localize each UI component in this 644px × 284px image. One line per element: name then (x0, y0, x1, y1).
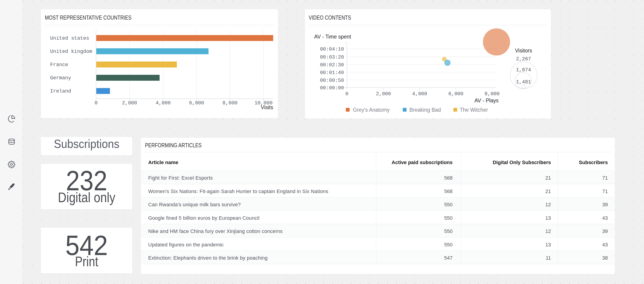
svg-text:Visitors: Visitors (515, 48, 532, 54)
svg-text:00:00:50: 00:00:50 (320, 78, 344, 83)
svg-text:00:02:30: 00:02:30 (320, 62, 344, 68)
svg-text:1,874: 1,874 (516, 67, 531, 73)
svg-text:1,481: 1,481 (516, 79, 531, 85)
svg-text:6,000: 6,000 (448, 91, 463, 97)
svg-text:2,267: 2,267 (516, 56, 531, 62)
svg-text:00:01:40: 00:01:40 (320, 70, 344, 76)
svg-text:00:03:20: 00:03:20 (320, 55, 344, 60)
svg-text:4,000: 4,000 (412, 91, 427, 97)
svg-text:0: 0 (94, 100, 98, 106)
svg-text:00:04:10: 00:04:10 (320, 47, 344, 52)
svg-text:00:00:00: 00:00:00 (320, 85, 344, 91)
svg-text:United states: United states (50, 36, 89, 41)
svg-text:Visits: Visits (261, 104, 273, 110)
svg-text:Ireland: Ireland (50, 88, 71, 94)
svg-text:2,000: 2,000 (122, 100, 137, 106)
svg-text:4,000: 4,000 (156, 100, 171, 106)
svg-text:Breaking Bad: Breaking Bad (410, 107, 441, 113)
svg-text:AV - Plays: AV - Plays (474, 98, 498, 104)
svg-text:France: France (50, 62, 68, 68)
svg-text:AV - Time spent: AV - Time spent (314, 34, 351, 40)
svg-text:The Witcher: The Witcher (460, 107, 488, 113)
svg-text:6,000: 6,000 (189, 100, 204, 106)
svg-text:2,000: 2,000 (376, 91, 391, 97)
svg-text:Germany: Germany (50, 75, 71, 81)
svg-text:United kingdom: United kingdom (50, 49, 92, 55)
svg-text:Grey's Anatomy: Grey's Anatomy (353, 107, 390, 113)
svg-text:0: 0 (345, 91, 348, 97)
svg-text:8,000: 8,000 (222, 100, 238, 106)
svg-text:8,000: 8,000 (484, 91, 500, 97)
